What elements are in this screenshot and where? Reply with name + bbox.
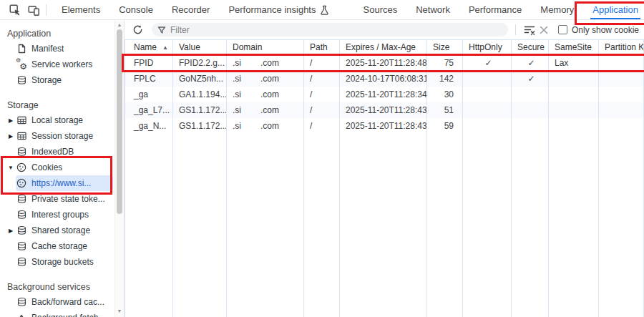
section-storage: Storage ▶ Local storage ▶ Session storag… bbox=[0, 98, 114, 270]
collapse-arrow-icon[interactable]: ▼ bbox=[6, 165, 16, 171]
column-header-path[interactable]: Path bbox=[304, 40, 340, 54]
sidebar-scrollbar[interactable]: ▲ ▼ bbox=[114, 20, 124, 317]
cell-name: FPID bbox=[125, 55, 173, 71]
cell-size: 59 bbox=[427, 118, 463, 134]
cell-httponly bbox=[463, 87, 512, 102]
column-header-domain[interactable]: Domain bbox=[227, 40, 304, 54]
database-icon bbox=[16, 74, 27, 86]
divider bbox=[515, 24, 516, 35]
sidebar-item-indexeddb[interactable]: IndexedDB bbox=[0, 144, 114, 160]
tab-application[interactable]: Application bbox=[583, 0, 644, 19]
cell-path: / bbox=[304, 71, 340, 87]
sidebar-item-cookies-origin[interactable]: https://www.si... bbox=[16, 175, 113, 191]
cell-secure: ✓ bbox=[512, 71, 549, 87]
table-header-row: Name▲ Value Domain Path Expires / Max-Ag… bbox=[125, 39, 644, 55]
sidebar-item-back-forward-cache[interactable]: Back/forward cac... bbox=[0, 294, 114, 310]
column-header-samesite[interactable]: SameSite bbox=[549, 40, 599, 54]
tab-network[interactable]: Network bbox=[406, 0, 459, 19]
tab-elements[interactable]: Elements bbox=[52, 0, 109, 19]
expand-arrow-icon[interactable]: ▶ bbox=[6, 133, 16, 140]
sidebar-item-cache-storage[interactable]: Cache storage bbox=[0, 238, 114, 254]
sidebar-item-service-workers[interactable]: ⚙⚙ Service workers bbox=[0, 57, 114, 72]
sidebar-item-storage[interactable]: Storage bbox=[0, 72, 114, 88]
cell-domain: .si.com bbox=[227, 102, 304, 118]
scrollbar-thumb[interactable] bbox=[117, 29, 122, 214]
cell-partition-key bbox=[599, 102, 644, 118]
cookies-group: ▼ Cookies https://www.si... bbox=[0, 160, 114, 191]
tab-performance-insights[interactable]: Performance insights bbox=[219, 0, 338, 19]
tab-recorder[interactable]: Recorder bbox=[162, 0, 219, 19]
cell-name: _ga_L7... bbox=[125, 102, 173, 118]
clear-icon[interactable] bbox=[537, 23, 551, 37]
sidebar-item-local-storage[interactable]: ▶ Local storage bbox=[0, 112, 114, 128]
scroll-up-arrow-icon[interactable]: ▲ bbox=[115, 22, 124, 27]
cell-expires: 2025-11-20T11:28:43... bbox=[340, 118, 427, 134]
tab-sources[interactable]: Sources bbox=[354, 0, 407, 19]
cell-size: 142 bbox=[427, 71, 463, 87]
cell-value: GS1.1.172... bbox=[173, 118, 227, 134]
column-header-httponly[interactable]: HttpOnly bbox=[463, 40, 512, 54]
cell-size: 51 bbox=[427, 102, 463, 118]
table-icon bbox=[16, 114, 27, 126]
refresh-icon[interactable] bbox=[129, 22, 146, 38]
database-icon bbox=[16, 225, 27, 236]
column-header-secure[interactable]: Secure bbox=[512, 40, 549, 54]
inspect-element-icon[interactable] bbox=[6, 2, 24, 18]
filter-input-wrap bbox=[152, 23, 508, 36]
column-header-size[interactable]: Size bbox=[427, 40, 463, 54]
cell-samesite: Lax bbox=[549, 55, 599, 71]
cell-size: 75 bbox=[427, 55, 463, 71]
filter-input[interactable] bbox=[170, 25, 502, 35]
clear-filters-icon[interactable] bbox=[522, 23, 537, 37]
column-header-expires[interactable]: Expires / Max-Age bbox=[340, 40, 427, 54]
table-icon bbox=[16, 130, 27, 142]
database-icon bbox=[16, 240, 27, 252]
only-show-cookies-checkbox[interactable] bbox=[558, 25, 567, 34]
section-header-application: Application bbox=[0, 26, 114, 41]
cell-domain: .si.com bbox=[227, 87, 304, 102]
database-icon bbox=[16, 146, 27, 157]
column-header-name[interactable]: Name▲ bbox=[125, 40, 173, 54]
column-header-partition-key[interactable]: Partition K bbox=[599, 40, 644, 54]
database-icon bbox=[16, 296, 27, 308]
sidebar-item-session-storage[interactable]: ▶ Session storage bbox=[0, 128, 114, 144]
cell-value: GS1.1.172... bbox=[173, 102, 227, 118]
cell-expires: 2025-11-20T11:28:34... bbox=[340, 87, 427, 102]
cell-samesite bbox=[549, 118, 599, 134]
cookie-icon bbox=[16, 162, 27, 173]
section-application: Application Manifest ⚙⚙ Service workers … bbox=[0, 26, 114, 88]
cell-secure bbox=[512, 87, 549, 102]
column-header-value[interactable]: Value bbox=[173, 40, 227, 54]
cell-value: GoNZ5nh... bbox=[173, 71, 227, 87]
sidebar-item-storage-buckets[interactable]: Storage buckets bbox=[0, 254, 114, 270]
tab-memory[interactable]: Memory bbox=[531, 0, 583, 19]
sidebar-item-shared-storage[interactable]: ▶ Shared storage bbox=[0, 223, 114, 238]
sidebar-item-manifest[interactable]: Manifest bbox=[0, 41, 114, 57]
only-show-cookies-label: Only show cookie bbox=[572, 25, 639, 35]
cell-name: FPLC bbox=[125, 71, 173, 87]
table-row-fpid[interactable]: FPID FPID2.2.g... .si.com / 2025-11-20T1… bbox=[125, 55, 644, 71]
device-toolbar-icon[interactable] bbox=[24, 2, 43, 18]
gears-icon: ⚙⚙ bbox=[16, 59, 27, 70]
table-row-ga-l7[interactable]: _ga_L7... GS1.1.172... .si.com / 2025-11… bbox=[125, 102, 644, 118]
scroll-down-arrow-icon[interactable]: ▼ bbox=[115, 308, 124, 313]
table-row-ga-n[interactable]: _ga_N... GS1.1.172... .si.com / 2025-11-… bbox=[125, 118, 644, 134]
table-row-ga[interactable]: _ga GA1.1.194... .si.com / 2025-11-20T11… bbox=[125, 87, 644, 102]
sidebar-item-cookies[interactable]: ▼ Cookies bbox=[0, 160, 114, 175]
table-row-fplc[interactable]: FPLC GoNZ5nh... .si.com / 2024-10-17T06:… bbox=[125, 71, 644, 87]
sidebar-item-interest-groups[interactable]: Interest groups bbox=[0, 207, 114, 223]
cell-path: / bbox=[304, 102, 340, 118]
cell-secure bbox=[512, 118, 549, 134]
expand-arrow-icon[interactable]: ▶ bbox=[6, 228, 16, 234]
tab-console[interactable]: Console bbox=[109, 0, 162, 19]
sidebar-item-private-state-tokens[interactable]: Private state toke... bbox=[0, 191, 114, 207]
database-icon bbox=[16, 209, 27, 220]
cell-name: _ga bbox=[125, 87, 173, 102]
expand-arrow-icon[interactable]: ▶ bbox=[6, 117, 16, 124]
sidebar-item-background-fetch[interactable]: Background fetch bbox=[0, 310, 114, 317]
cell-path: / bbox=[304, 55, 340, 71]
cell-samesite bbox=[549, 71, 599, 87]
tab-performance[interactable]: Performance bbox=[459, 0, 531, 19]
application-panel: Application Manifest ⚙⚙ Service workers … bbox=[0, 20, 644, 317]
section-header-background-services: Background services bbox=[0, 280, 114, 294]
